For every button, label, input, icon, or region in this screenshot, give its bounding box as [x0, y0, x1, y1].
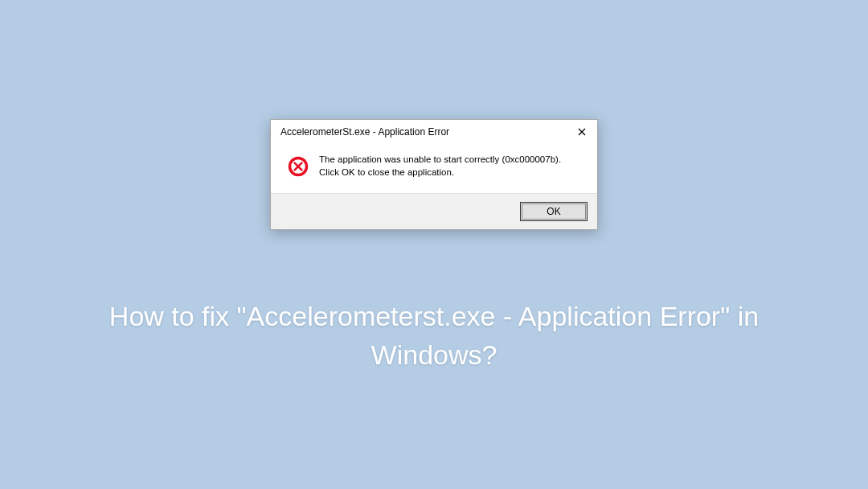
dialog-title: AccelerometerSt.exe - Application Error: [280, 126, 449, 138]
ok-button[interactable]: OK: [520, 202, 588, 221]
close-button[interactable]: [573, 125, 591, 139]
error-dialog: AccelerometerSt.exe - Application Error …: [270, 119, 598, 230]
dialog-body: The application was unable to start corr…: [271, 142, 597, 193]
page-headline: How to fix "Accelerometerst.exe - Applic…: [0, 298, 868, 374]
error-message: The application was unable to start corr…: [319, 154, 581, 179]
close-icon: [578, 128, 586, 136]
dialog-titlebar: AccelerometerSt.exe - Application Error: [271, 120, 597, 142]
dialog-footer: OK: [271, 193, 597, 229]
error-icon: [287, 155, 309, 178]
